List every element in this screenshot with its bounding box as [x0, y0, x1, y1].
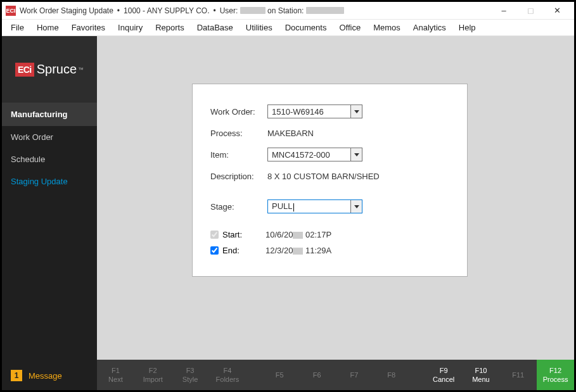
maximize-button[interactable]: ◻ [517, 3, 544, 18]
fkey-f1: F1Next [97, 360, 134, 390]
fkey-f2: F2Import [134, 360, 172, 390]
fkey-f6: F6 [298, 360, 336, 390]
station-redacted [306, 7, 344, 14]
menu-bar: File Home Favorites Inquiry Reports Data… [2, 20, 574, 36]
item-combo[interactable]: MNC41572-000 [267, 148, 362, 161]
message-count-badge: 1 [11, 370, 22, 381]
start-value: 10/6/20 02:17P [266, 230, 331, 239]
stage-combo[interactable]: PULL [267, 199, 362, 213]
logo-spruce: Spruce [37, 62, 77, 77]
menu-inquiry[interactable]: Inquiry [112, 21, 149, 34]
menu-file[interactable]: File [4, 21, 30, 34]
year-redacted [293, 232, 303, 239]
end-label: End: [222, 246, 266, 255]
user-label: User: [220, 6, 238, 15]
menu-help[interactable]: Help [452, 21, 482, 34]
fkey-f11: F11 [499, 360, 537, 390]
logo: ECi Spruce ™ [2, 36, 97, 103]
menu-favorites[interactable]: Favorites [65, 21, 112, 34]
close-button[interactable]: ✕ [544, 3, 570, 18]
fkey-f4: F4Folders [208, 360, 246, 390]
end-checkbox[interactable] [210, 246, 219, 255]
fkey-spacer [246, 360, 261, 390]
separator-dot: • [117, 6, 120, 15]
item-value: MNC41572-000 [268, 150, 350, 160]
app-icon: ECI [6, 6, 16, 16]
company-text: 1000 - ANY SUPPLY CO. [124, 6, 209, 15]
process-value: MAKEBARN [267, 129, 314, 138]
chevron-down-icon[interactable] [350, 148, 362, 161]
minimize-button[interactable]: – [490, 3, 517, 18]
work-order-combo[interactable]: 1510-W69146 [267, 104, 362, 118]
start-label: Start: [222, 230, 266, 239]
module-header: Manufacturing [2, 103, 97, 126]
sidebar-item-staging-update[interactable]: Staging Update [2, 170, 97, 193]
menu-analytics[interactable]: Analytics [407, 21, 452, 34]
fkey-f7: F7 [336, 360, 373, 390]
fkey-f12-process[interactable]: F12Process [537, 360, 574, 390]
sidebar-item-work-order[interactable]: Work Order [2, 126, 97, 148]
fkey-f9-cancel[interactable]: F9Cancel [425, 360, 463, 390]
logo-eci: ECi [15, 63, 34, 77]
chevron-down-icon[interactable] [350, 200, 362, 213]
fkey-f5: F5 [261, 360, 298, 390]
window-title: Work Order Staging Update [20, 6, 113, 15]
process-label: Process: [210, 129, 267, 138]
message-label: Message [29, 371, 62, 381]
work-order-value: 1510-W69146 [268, 107, 350, 117]
sidebar: ECi Spruce ™ Manufacturing Work Order Sc… [2, 36, 97, 390]
stage-label: Stage: [210, 202, 267, 212]
logo-trademark: ™ [78, 66, 84, 73]
window-titlebar: ECI Work Order Staging Update • 1000 - A… [2, 2, 574, 20]
window-controls: – ◻ ✕ [490, 3, 570, 18]
menu-documents[interactable]: Documents [279, 21, 333, 34]
fkey-spacer [410, 360, 425, 390]
main-area: Work Order: 1510-W69146 Process: MAKEBAR… [97, 36, 574, 390]
text-cursor [293, 203, 294, 212]
start-checkbox [210, 231, 219, 239]
menu-utilities[interactable]: Utilities [240, 21, 279, 34]
fkey-bar: F1Next F2Import F3Style F4Folders F5 F6 … [97, 360, 574, 390]
menu-memos[interactable]: Memos [367, 21, 407, 34]
stage-value: PULL [268, 201, 350, 211]
menu-office[interactable]: Office [333, 21, 367, 34]
menu-reports[interactable]: Reports [149, 21, 191, 34]
fkey-f3: F3Style [172, 360, 209, 390]
user-redacted [240, 7, 266, 14]
end-value: 12/3/20 11:29A [266, 246, 331, 255]
separator-dot: • [213, 6, 215, 15]
sidebar-item-schedule[interactable]: Schedule [2, 148, 97, 170]
station-label: on Station: [267, 6, 304, 15]
fkey-f10-menu[interactable]: F10Menu [463, 360, 500, 390]
menu-home[interactable]: Home [30, 21, 65, 34]
fkey-f8: F8 [373, 360, 410, 390]
description-label: Description: [210, 172, 267, 181]
description-value: 8 X 10 CUSTOM BARN/SHED [267, 172, 380, 181]
message-indicator[interactable]: 1 Message [2, 364, 97, 390]
menu-database[interactable]: DataBase [191, 21, 240, 34]
work-order-label: Work Order: [210, 107, 267, 117]
form-panel: Work Order: 1510-W69146 Process: MAKEBAR… [192, 84, 468, 277]
year-redacted [293, 248, 303, 255]
chevron-down-icon[interactable] [350, 105, 362, 118]
item-label: Item: [210, 150, 267, 160]
